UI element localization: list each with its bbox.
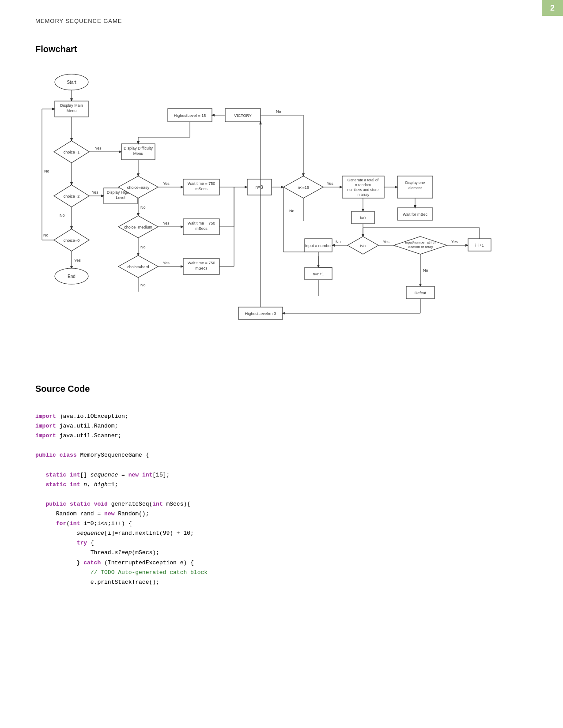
keyword-int-2: int (142, 472, 152, 478)
svg-text:No: No (289, 209, 295, 213)
svg-text:Display Difficulty: Display Difficulty (124, 146, 153, 150)
code-block: import java.io.IOException; import java.… (35, 402, 537, 597)
svg-text:No: No (276, 109, 281, 114)
var-n-2: n (104, 520, 108, 527)
svg-text:n=n+1: n=n+1 (313, 272, 324, 276)
svg-text:mSecs: mSecs (195, 187, 208, 191)
keyword-import-2: import (35, 423, 56, 429)
svg-text:Input a number: Input a number (305, 244, 332, 248)
keyword-new-2: new (104, 510, 114, 517)
svg-text:Generate a total of: Generate a total of (348, 178, 379, 182)
svg-text:numbers and store: numbers and store (348, 188, 379, 192)
keyword-int-1: int (70, 472, 80, 478)
svg-text:choice=1: choice=1 (64, 150, 79, 154)
source-code-title: Source Code (35, 384, 537, 394)
keyword-new-1: new (128, 472, 139, 478)
svg-text:No: No (44, 169, 49, 173)
svg-text:Yes: Yes (163, 261, 170, 265)
svg-text:n=3: n=3 (256, 185, 263, 190)
svg-text:Wait for mSec: Wait for mSec (403, 212, 428, 217)
keyword-int-3: int (70, 481, 80, 488)
svg-text:Wait time = 750: Wait time = 750 (188, 261, 215, 265)
svg-text:i<n: i<n (360, 244, 366, 248)
svg-text:Menu: Menu (133, 151, 144, 156)
flowchart-diagram: Start Display Main Menu choice=1 Yes No … (35, 62, 537, 336)
svg-text:i=i+1: i=i+1 (475, 243, 484, 248)
svg-text:No: No (140, 283, 146, 287)
svg-text:Yes: Yes (383, 240, 389, 244)
keyword-static-1: static (45, 472, 66, 478)
flowchart-section: Flowchart Start Display Main Menu choice… (35, 44, 537, 336)
svg-text:HighestLevel=n-3: HighestLevel=n-3 (245, 311, 276, 316)
svg-text:No: No (43, 233, 49, 237)
flowchart-title: Flowchart (35, 44, 537, 54)
page-title: MEMORY SEQUENCE GAME (35, 18, 122, 24)
svg-text:Yes: Yes (451, 240, 458, 244)
svg-text:i=0: i=0 (360, 216, 366, 220)
keyword-import-3: import (35, 432, 56, 439)
keyword-catch: catch (83, 559, 101, 566)
svg-text:End: End (68, 274, 76, 279)
var-sequence-2: sequence (77, 530, 104, 537)
var-high: high (94, 481, 108, 488)
svg-text:Yes: Yes (163, 221, 170, 225)
svg-text:choice=2: choice=2 (64, 194, 79, 199)
var-sleep: sleep (114, 549, 132, 556)
keyword-static-3: static (70, 501, 91, 507)
svg-text:VICTORY: VICTORY (234, 113, 252, 118)
svg-text:No: No (336, 240, 341, 244)
svg-text:choice=medium: choice=medium (124, 225, 152, 229)
svg-text:input/number at i-th: input/number at i-th (405, 240, 436, 244)
keyword-int-4: int (152, 501, 162, 507)
svg-text:Menu: Menu (67, 109, 77, 113)
svg-text:No: No (60, 213, 65, 218)
keyword-try: try (77, 540, 87, 546)
svg-text:No: No (140, 205, 146, 210)
flowchart-svg: Start Display Main Menu choice=1 Yes No … (35, 62, 537, 331)
keyword-static-2: static (45, 481, 66, 488)
svg-text:Display Main: Display Main (60, 103, 83, 108)
svg-text:n random: n random (355, 183, 371, 187)
svg-text:location of array: location of array (408, 245, 433, 249)
svg-text:No: No (140, 245, 146, 249)
keyword-void: void (94, 501, 108, 507)
svg-text:Yes: Yes (74, 258, 81, 263)
keyword-import-1: import (35, 413, 56, 420)
keyword-public-1: public (35, 452, 56, 458)
svg-text:mSecs: mSecs (195, 266, 208, 270)
svg-text:Yes: Yes (163, 181, 170, 186)
keyword-public-2: public (45, 501, 66, 507)
svg-text:choice=hard: choice=hard (127, 265, 149, 269)
keyword-class: class (60, 452, 77, 458)
svg-text:Display one: Display one (405, 180, 425, 185)
svg-text:Level: Level (116, 195, 125, 200)
svg-text:Yes: Yes (327, 181, 333, 186)
svg-text:n<=15: n<=15 (298, 185, 309, 190)
svg-text:in array: in array (357, 192, 370, 197)
source-section: Source Code import java.io.IOException; … (35, 384, 537, 597)
svg-text:Yes: Yes (95, 146, 102, 150)
svg-text:Wait time = 750: Wait time = 750 (188, 221, 215, 225)
svg-text:Yes: Yes (92, 190, 98, 195)
var-n: n (83, 481, 87, 488)
svg-text:Start: Start (67, 80, 76, 85)
svg-text:HighestLevel = 15: HighestLevel = 15 (174, 113, 206, 118)
svg-text:mSecs: mSecs (195, 226, 208, 231)
page-number: 2 (542, 0, 563, 16)
keyword-int-5: int (70, 520, 80, 527)
svg-text:Defeat: Defeat (415, 291, 427, 295)
svg-text:choice=easy: choice=easy (127, 185, 150, 190)
svg-text:choice=0: choice=0 (64, 238, 79, 243)
svg-text:No: No (423, 268, 428, 273)
comment-todo: // TODO Auto-generated catch block (91, 569, 208, 576)
keyword-for: for (56, 520, 66, 527)
var-sequence: sequence (91, 472, 118, 478)
svg-text:element: element (408, 186, 422, 190)
svg-text:Wait time = 750: Wait time = 750 (188, 181, 215, 186)
